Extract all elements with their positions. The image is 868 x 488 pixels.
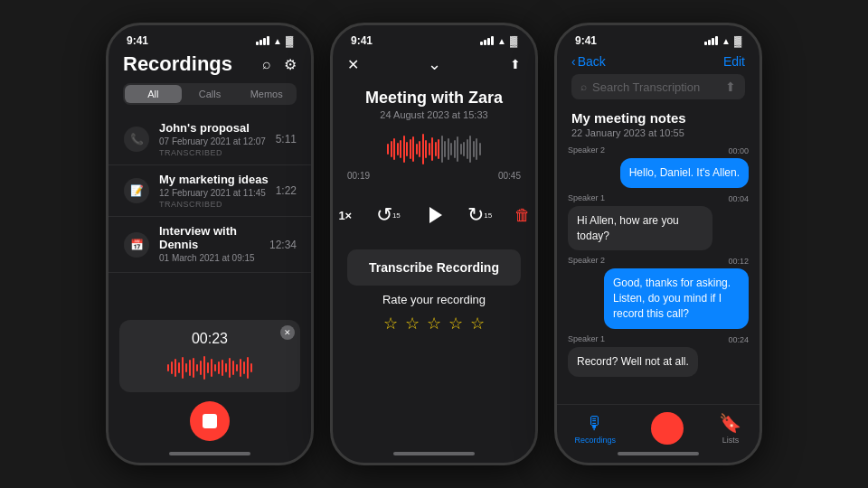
- phone-transcription: 9:41 ▲ ▓ ‹ Back Edit ⌕ Search Transcript…: [554, 23, 762, 465]
- star-3[interactable]: ☆: [427, 314, 441, 333]
- rec-name-1: John's proposal: [159, 121, 276, 135]
- total-time: 00:45: [498, 171, 521, 181]
- center-record-button[interactable]: [651, 412, 684, 445]
- recordings-content: Recordings ⌕ ⚙ All Calls Memos 📞 John's …: [108, 51, 311, 448]
- rate-title: Rate your recording: [347, 293, 521, 306]
- phone-recordings: 9:41 ▲ ▓ Recordings ⌕ ⚙ All Calls Memos: [106, 23, 314, 465]
- wifi-icon-2: ▲: [497, 36, 506, 46]
- search-icon-trans: ⌕: [580, 80, 587, 93]
- rec-icon-1: 📞: [123, 126, 150, 153]
- status-bar-3: 9:41 ▲ ▓: [557, 25, 760, 51]
- message-group-3: Speaker 2 00:12 Good, thanks for asking.…: [568, 256, 749, 328]
- player-close-button[interactable]: ✕: [347, 56, 359, 73]
- search-icon[interactable]: ⌕: [262, 56, 271, 72]
- battery-icon-3: ▓: [734, 35, 741, 46]
- rec-duration-2: 1:22: [276, 184, 297, 197]
- rec-name-2: My marketing ideas: [159, 173, 276, 186]
- recording-item-1[interactable]: 📞 John's proposal 07 February 2021 at 12…: [108, 114, 311, 165]
- nav-record-center[interactable]: [651, 412, 684, 445]
- speaker-label-4: Speaker 1: [568, 334, 605, 343]
- transcribe-recording-button[interactable]: Transcribe Recording: [347, 249, 521, 286]
- rec-duration-1: 5:11: [276, 133, 297, 145]
- delete-button[interactable]: 🗑: [510, 199, 535, 231]
- close-recording-button[interactable]: ✕: [280, 325, 295, 340]
- status-time-2: 9:41: [351, 34, 373, 47]
- transcription-title-section: My meeting notes 22 January 2023 at 10:5…: [557, 107, 760, 145]
- star-4[interactable]: ☆: [448, 314, 463, 333]
- battery-icon-2: ▓: [510, 35, 517, 46]
- edit-button[interactable]: Edit: [723, 54, 745, 69]
- wifi-icon: ▲: [273, 36, 282, 46]
- segment-control: All Calls Memos: [123, 83, 297, 105]
- message-group-4: Speaker 1 00:24 Record? Well not at all.: [568, 334, 749, 377]
- filter-icon[interactable]: ⚙: [284, 56, 297, 73]
- battery-icon: ▓: [286, 35, 293, 46]
- star-1[interactable]: ☆: [383, 314, 398, 333]
- phone-player: 9:41 ▲ ▓ ✕ ⌄ ⬆ Meeting with Zara 24 Augu…: [330, 23, 538, 465]
- share-button[interactable]: ⬆: [510, 57, 521, 71]
- player-controls: 1× ↺15 ↻15 🗑: [333, 195, 535, 235]
- speaker-label-2: Speaker 1: [568, 193, 605, 202]
- recordings-nav-icon: 🎙: [586, 413, 604, 434]
- signal-icon: [256, 36, 269, 45]
- back-label: Back: [578, 54, 606, 69]
- speaker-label-1: Speaker 2: [568, 145, 605, 155]
- recording-item-2[interactable]: 📝 My marketing ideas 12 February 2021 at…: [108, 165, 311, 217]
- speed-button[interactable]: 1×: [333, 199, 358, 231]
- home-indicator-2: [393, 452, 475, 455]
- current-time: 00:19: [347, 171, 370, 181]
- home-indicator: [169, 452, 250, 455]
- player-waveform[interactable]: [347, 131, 521, 167]
- star-2[interactable]: ☆: [405, 314, 420, 333]
- message-group-1: Speaker 2 00:00 Hello, Daniel. It's Alle…: [568, 145, 749, 188]
- message-bubble-4: Record? Well not at all.: [568, 347, 698, 377]
- recordings-title: Recordings: [123, 52, 232, 76]
- record-button-container: [108, 401, 311, 441]
- message-group-2: Speaker 1 00:04 Hi Allen, how are you to…: [568, 193, 749, 251]
- record-stop-button[interactable]: [190, 401, 230, 441]
- rec-icon-2: 📝: [123, 177, 150, 204]
- signal-icon-2: [480, 36, 494, 45]
- player-times: 00:19 00:45: [333, 171, 535, 181]
- speaker-time-3: 00:12: [728, 257, 749, 266]
- segment-calls[interactable]: Calls: [182, 85, 239, 103]
- speaker-label-3: Speaker 2: [568, 256, 605, 265]
- status-icons-3: ▲ ▓: [704, 35, 741, 46]
- home-indicator-3: [618, 452, 699, 455]
- status-time-1: 9:41: [127, 34, 148, 47]
- rate-section: Rate your recording ☆ ☆ ☆ ☆ ☆: [333, 293, 535, 333]
- active-recording-card: ✕ 00:23: [119, 320, 300, 392]
- rec-date-3: 01 March 2021 at 09:15: [159, 253, 269, 263]
- player-screen: ✕ ⌄ ⬆ Meeting with Zara 24 August 2023 a…: [333, 51, 535, 448]
- nav-lists-label: Lists: [722, 436, 740, 445]
- star-rating[interactable]: ☆ ☆ ☆ ☆ ☆: [347, 314, 521, 333]
- status-bar-1: 9:41 ▲ ▓: [108, 25, 311, 51]
- message-bubble-1: Hello, Daniel. It's Allen.: [620, 158, 749, 188]
- back-button[interactable]: ‹ Back: [571, 54, 606, 69]
- nav-lists[interactable]: 🔖 Lists: [719, 412, 741, 445]
- transcription-content: ‹ Back Edit ⌕ Search Transcription ⬆ My …: [557, 51, 760, 448]
- nav-recordings[interactable]: 🎙 Recordings: [575, 413, 617, 445]
- search-bar[interactable]: ⌕ Search Transcription ⬆: [571, 74, 745, 99]
- speaker-time-4: 00:24: [728, 335, 749, 344]
- status-bar-2: 9:41 ▲ ▓: [333, 25, 535, 51]
- transcription-header: ‹ Back Edit: [557, 51, 760, 74]
- waveform: [130, 354, 289, 381]
- segment-memos[interactable]: Memos: [238, 85, 295, 103]
- lists-nav-icon: 🔖: [719, 412, 741, 434]
- forward-button[interactable]: ↻15: [467, 199, 493, 231]
- segment-all[interactable]: All: [125, 85, 182, 103]
- recording-item-3[interactable]: 📅 Interview with Dennis 01 March 2021 at…: [108, 217, 311, 273]
- transcription-title: My meeting notes: [571, 110, 745, 126]
- signal-icon-3: [704, 36, 718, 45]
- active-rec-time: 00:23: [192, 331, 228, 347]
- share-trans-button[interactable]: ⬆: [725, 80, 736, 94]
- bottom-nav: 🎙 Recordings 🔖 Lists: [557, 404, 760, 448]
- play-button[interactable]: [419, 195, 449, 235]
- player-top-bar: ✕ ⌄ ⬆: [333, 51, 535, 81]
- star-5[interactable]: ☆: [470, 314, 485, 333]
- wifi-icon-3: ▲: [722, 36, 731, 46]
- rewind-button[interactable]: ↺15: [376, 199, 401, 231]
- header-icons: ⌕ ⚙: [262, 56, 297, 73]
- rec-icon-3: 📅: [123, 231, 150, 258]
